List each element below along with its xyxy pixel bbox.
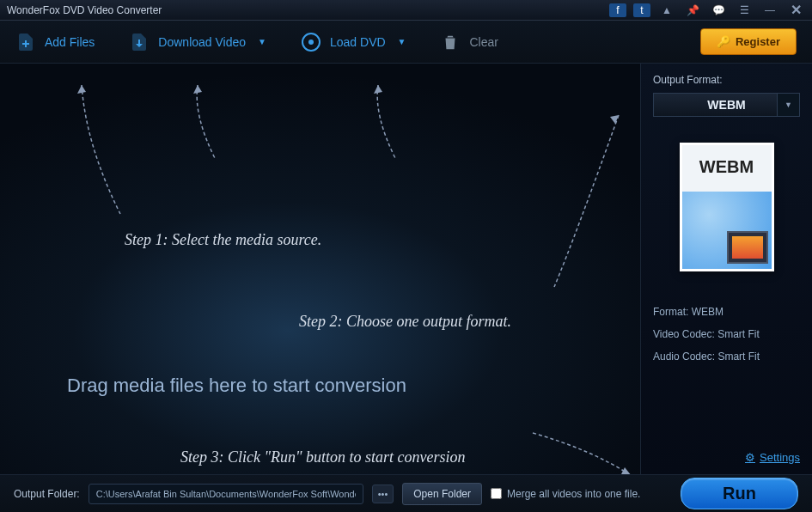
- guide-arrows: [0, 64, 636, 474]
- app-title: WonderFox DVD Video Converter: [7, 4, 609, 16]
- step1-text: Step 1: Select the media source.: [125, 231, 321, 249]
- facebook-icon[interactable]: f: [609, 3, 626, 17]
- output-folder-label: Output Folder:: [14, 488, 80, 500]
- step3-text: Step 3: Click "Run" button to start conv…: [180, 448, 466, 466]
- download-video-label: Download Video: [158, 35, 246, 49]
- close-icon[interactable]: ✕: [786, 3, 805, 17]
- sidebar: Output Format: WEBM ▼ WEBM Format: WEBM …: [640, 64, 812, 474]
- clear-label: Clear: [469, 35, 498, 49]
- twitter-icon[interactable]: t: [633, 3, 650, 17]
- selected-format: WEBM: [707, 98, 745, 112]
- merge-checkbox[interactable]: Merge all videos into one file.: [491, 488, 640, 500]
- add-files-button[interactable]: Add Files: [15, 32, 95, 52]
- drag-hint: Drag media files here to start conversio…: [67, 375, 406, 397]
- download-icon: [129, 32, 150, 52]
- add-file-icon: [15, 32, 36, 52]
- dvd-icon: [301, 32, 321, 52]
- step2-text: Step 2: Choose one output format.: [299, 313, 511, 331]
- load-dvd-button[interactable]: Load DVD ▼: [301, 32, 406, 52]
- message-icon[interactable]: 💬: [709, 3, 728, 17]
- gear-icon: ⚙: [745, 451, 755, 464]
- titlebar: WonderFox DVD Video Converter f t ▲ 📌 💬 …: [0, 0, 812, 21]
- load-dvd-label: Load DVD: [330, 35, 386, 49]
- add-files-label: Add Files: [45, 35, 95, 49]
- register-button[interactable]: 🔑 Register: [700, 28, 797, 55]
- minimize-icon[interactable]: —: [760, 3, 779, 17]
- chevron-down-icon: ▼: [777, 94, 799, 116]
- film-icon: [727, 231, 768, 264]
- output-path-input[interactable]: [89, 484, 363, 504]
- download-video-button[interactable]: Download Video ▼: [129, 32, 266, 52]
- drop-canvas[interactable]: Step 1: Select the media source. Step 2:…: [0, 64, 640, 474]
- footer: Output Folder: ••• Open Folder Merge all…: [0, 474, 812, 512]
- main-area: Step 1: Select the media source. Step 2:…: [0, 64, 812, 474]
- list-icon[interactable]: ☰: [735, 3, 754, 17]
- audio-codec-meta: Audio Codec: Smart Fit: [653, 350, 800, 363]
- settings-label: Settings: [760, 451, 800, 464]
- output-format-label: Output Format:: [653, 74, 800, 86]
- trash-icon: [440, 32, 461, 52]
- format-meta: Format: WEBM: [653, 306, 800, 318]
- chevron-down-icon: ▼: [258, 37, 266, 46]
- settings-link[interactable]: ⚙ Settings: [653, 451, 800, 464]
- pin-icon[interactable]: 📌: [683, 3, 702, 17]
- merge-label: Merge all videos into one file.: [507, 488, 640, 500]
- merge-checkbox-input[interactable]: [491, 488, 502, 499]
- upload-icon[interactable]: ▲: [657, 3, 676, 17]
- thumb-label: WEBM: [682, 157, 772, 177]
- run-button[interactable]: Run: [681, 478, 798, 509]
- key-icon: 🔑: [717, 35, 730, 48]
- chevron-down-icon: ▼: [398, 37, 406, 46]
- browse-button[interactable]: •••: [372, 485, 394, 503]
- register-label: Register: [736, 35, 780, 48]
- svg-point-1: [308, 40, 314, 45]
- titlebar-controls: f t ▲ 📌 💬 ☰ — ✕: [609, 3, 805, 17]
- format-select[interactable]: WEBM ▼: [653, 93, 800, 117]
- toolbar: Add Files Download Video ▼ Load DVD ▼ Cl…: [0, 21, 812, 64]
- format-thumbnail[interactable]: WEBM: [680, 143, 774, 271]
- open-folder-button[interactable]: Open Folder: [402, 483, 482, 505]
- clear-button[interactable]: Clear: [440, 32, 498, 52]
- video-codec-meta: Video Codec: Smart Fit: [653, 328, 800, 340]
